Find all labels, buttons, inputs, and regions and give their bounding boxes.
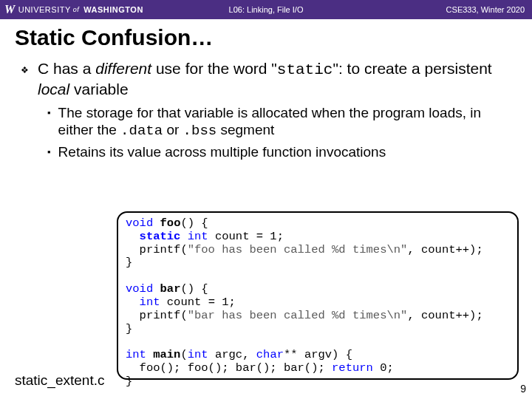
- course-label: CSE333, Winter 2020: [446, 5, 532, 14]
- slide-title: Static Confusion…: [15, 25, 517, 50]
- uw-text-of: of: [73, 6, 80, 13]
- bullet-sub-1: ▪ The storage for that variable is alloc…: [47, 104, 517, 141]
- uw-text-washington: WASHINGTON: [83, 5, 143, 14]
- page-number: 9: [520, 383, 526, 395]
- square-bullet-icon: ▪: [47, 146, 51, 161]
- bullet-main: ❖ C has a different use for the word "st…: [21, 59, 517, 100]
- uw-logo: W UNIVERSITY of WASHINGTON: [0, 3, 143, 16]
- bullet-sub-1-text: The storage for that variable is allocat…: [58, 104, 517, 141]
- uw-w-icon: W: [4, 3, 16, 16]
- filename-label: static_extent.c: [15, 372, 104, 389]
- bullet-main-text: C has a different use for the word "stat…: [38, 59, 517, 100]
- slide-header: W UNIVERSITY of WASHINGTON L06: Linking,…: [0, 0, 532, 19]
- code-block: void foo() { static int count = 1; print…: [117, 211, 519, 380]
- square-bullet-icon: ▪: [47, 107, 51, 141]
- diamond-bullet-icon: ❖: [21, 65, 29, 100]
- uw-text-university: UNIVERSITY: [18, 5, 71, 14]
- slide-content: Static Confusion… ❖ C has a different us…: [0, 19, 532, 161]
- bullet-sub-2-text: Retains its value across multiple functi…: [58, 143, 386, 161]
- lecture-label: L06: Linking, File I/O: [229, 5, 304, 14]
- bullet-sub-2: ▪ Retains its value across multiple func…: [47, 143, 517, 161]
